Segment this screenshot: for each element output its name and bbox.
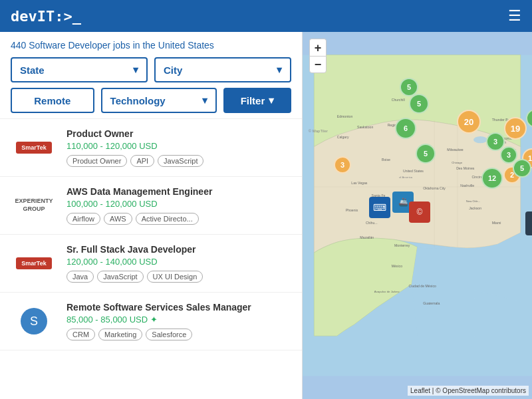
job-tag: Java (66, 271, 94, 283)
svg-text:Churchill: Churchill (392, 98, 405, 102)
svg-text:Ciudad de México: Ciudad de México (409, 284, 436, 288)
job-tag: JavaScript (97, 271, 143, 283)
svg-text:United States: United States (403, 169, 424, 173)
svg-text:Guatemala: Guatemala (423, 301, 440, 305)
attribution-text: Leaflet | © OpenStreetMap contributors (410, 387, 526, 394)
job-logo-container: S (11, 308, 57, 334)
job-title: Remote Software Services Sales Manager (66, 302, 291, 313)
map-cluster-marker[interactable]: 5 (409, 94, 429, 114)
map-cluster-marker[interactable]: 3 (500, 146, 517, 164)
app-header: devIT:>_ ☰ (0, 0, 532, 32)
state-chevron-icon: ▾ (133, 64, 138, 76)
map-cluster-marker[interactable]: 19 (504, 117, 527, 140)
filter-row-2: Remote Technology ▾ Filter ▾ (11, 88, 291, 113)
technology-dropdown[interactable]: Technology ▾ (101, 88, 217, 113)
map-controls: + − (309, 39, 327, 73)
svg-text:Las Vegas: Las Vegas (351, 181, 368, 185)
job-tag: AWS (104, 213, 132, 225)
company-logo: SmarTek (16, 257, 51, 269)
left-panel: 440 Software Developer jobs in the Unite… (0, 32, 303, 399)
svg-text:of America: of America (399, 176, 413, 179)
job-logo-container: SmarTek (11, 257, 57, 269)
technology-chevron-icon: ▾ (202, 94, 207, 106)
map-cluster-marker[interactable]: 12 (481, 168, 503, 189)
job-title: AWS Data Management Engineer (66, 186, 291, 197)
job-list-item[interactable]: SmarTek Sr. Full Stack Java Developer 12… (0, 235, 302, 293)
search-header: 440 Software Developer jobs in the Unite… (0, 32, 302, 119)
svg-text:New Orle...: New Orle... (466, 200, 481, 203)
job-tag: UX UI Design (147, 271, 203, 283)
job-tag: JavaScript (158, 155, 203, 167)
map-container[interactable]: © MapTiler Churchill Edmonton Saskatoon … (303, 32, 532, 399)
job-title: Sr. Full Stack Java Developer (66, 244, 291, 255)
job-details: Sr. Full Stack Java Developer 120,000 - … (66, 244, 291, 283)
map-marker-icon-3[interactable]: © (409, 201, 430, 223)
job-details: AWS Data Management Engineer 100,000 - 1… (66, 186, 291, 225)
job-details: Remote Software Services Sales Manager 8… (66, 302, 291, 340)
job-count-label: 440 Software Developer jobs in the Unite… (11, 40, 291, 51)
job-tag: Marketing (98, 329, 142, 340)
map-cluster-marker[interactable]: 20 (457, 110, 481, 134)
state-dropdown[interactable]: State ▾ (11, 57, 148, 82)
svg-text:Oklahoma City: Oklahoma City (423, 186, 446, 190)
job-logo-container: SmarTek (11, 142, 57, 154)
svg-text:Nashville: Nashville (460, 184, 474, 188)
job-tag: API (130, 155, 154, 167)
job-title: Product Owner (66, 128, 291, 139)
svg-text:Phoenix: Phoenix (346, 208, 358, 212)
job-tags: JavaJavaScriptUX UI Design (66, 271, 291, 283)
map-marker-icon-4[interactable]: N (525, 211, 532, 235)
job-salary: 120,000 - 140,000 USD (66, 257, 291, 267)
company-logo: SmarTek (16, 142, 51, 154)
map-cluster-marker[interactable]: 3 (334, 156, 351, 174)
job-details: Product Owner 110,000 - 120,000 USD Prod… (66, 128, 291, 167)
zoom-out-button[interactable]: − (309, 56, 327, 73)
svg-text:Boise: Boise (382, 158, 390, 162)
city-label: City (164, 65, 182, 76)
zoom-in-button[interactable]: + (309, 39, 327, 56)
svg-text:© MapTiler: © MapTiler (309, 129, 328, 133)
technology-label: Technology (110, 95, 166, 106)
city-dropdown[interactable]: City ▾ (154, 57, 291, 82)
map-panel: © MapTiler Churchill Edmonton Saskatoon … (303, 32, 532, 399)
map-marker-icon-1[interactable]: ⌨ (369, 197, 390, 218)
svg-text:Mazatlán: Mazatlán (360, 235, 374, 239)
filter-row-1: State ▾ City ▾ (11, 57, 291, 82)
job-list-item[interactable]: SmarTek Product Owner 110,000 - 120,000 … (0, 119, 302, 177)
job-tags: CRMMarketingSalesforce (66, 329, 291, 340)
remote-label: Remote (34, 95, 70, 106)
svg-text:México: México (392, 264, 402, 268)
svg-text:Miami: Miami (492, 221, 501, 225)
state-label: State (20, 65, 45, 76)
svg-point-1 (473, 136, 487, 143)
job-salary: 100,000 - 120,000 USD (66, 199, 291, 209)
map-cluster-marker[interactable]: 5 (513, 159, 531, 178)
filter-button[interactable]: Filter ▾ (223, 88, 291, 113)
job-list: SmarTek Product Owner 110,000 - 120,000 … (0, 119, 302, 350)
svg-text:Acapulco de Juárez: Acapulco de Juárez (374, 290, 400, 293)
svg-text:Chihu...: Chihu... (366, 221, 378, 225)
job-tags: AirflowAWSActive Directo... (66, 213, 291, 225)
remote-button[interactable]: Remote (11, 88, 94, 113)
job-tag: Product Owner (66, 155, 127, 167)
job-tag: Active Directo... (136, 213, 199, 225)
map-cluster-marker[interactable]: 5 (416, 144, 436, 164)
job-tag: Salesforce (146, 329, 192, 340)
job-tags: Product OwnerAPIJavaScript (66, 155, 291, 167)
map-cluster-marker[interactable]: 6 (395, 118, 416, 139)
map-cluster-marker[interactable]: 3 (486, 132, 505, 151)
svg-text:Edmonton: Edmonton (337, 114, 353, 118)
job-list-item[interactable]: EXPERIENTYGROUP AWS Data Management Engi… (0, 177, 302, 235)
svg-text:Milwaukee: Milwaukee (447, 148, 463, 152)
main-content: 440 Software Developer jobs in the Unite… (0, 32, 532, 399)
map-attribution: Leaflet | © OpenStreetMap contributors (408, 386, 529, 396)
app-logo: devIT:>_ (11, 8, 81, 25)
hamburger-menu-icon[interactable]: ☰ (508, 7, 521, 25)
map-cluster-marker[interactable]: 5 (400, 78, 418, 96)
job-list-item[interactable]: S Remote Software Services Sales Manager… (0, 293, 302, 350)
filter-label: Filter (241, 95, 265, 106)
svg-text:Saskatoon: Saskatoon (357, 125, 373, 129)
svg-text:Chicago: Chicago (452, 161, 462, 164)
job-tag: CRM (66, 329, 95, 340)
city-chevron-icon: ▾ (277, 64, 282, 76)
